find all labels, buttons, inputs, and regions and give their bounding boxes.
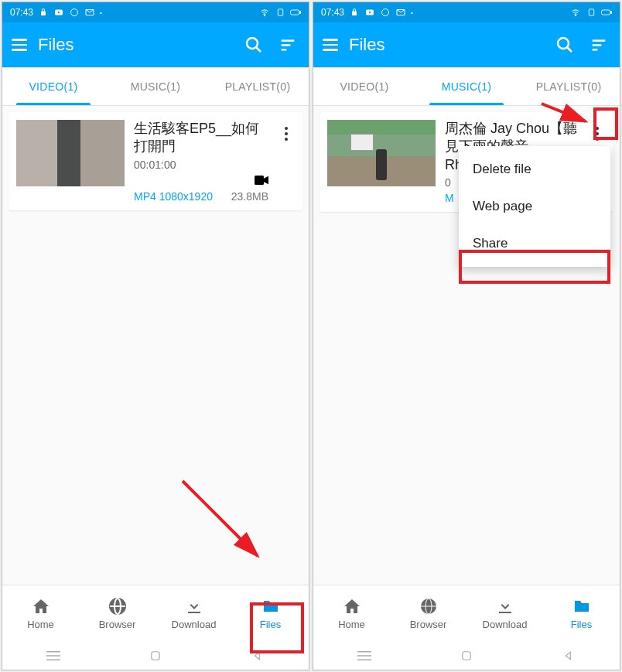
- nav-browser-label: Browser: [410, 619, 447, 630]
- app-header: Files: [2, 22, 309, 67]
- status-dot: •: [100, 9, 102, 16]
- tabs: VIDEO(1) MUSIC(1) PLAYLIST(0): [313, 67, 620, 106]
- bottom-nav: Home Browser Download Files: [313, 585, 620, 642]
- wifi-icon: [570, 7, 581, 18]
- svg-rect-33: [357, 660, 371, 661]
- svg-point-1: [71, 9, 78, 16]
- item-more-button[interactable]: [278, 120, 295, 148]
- mail-icon: [395, 7, 406, 18]
- menu-share[interactable]: Share: [459, 225, 610, 262]
- nav-files-label: Files: [571, 619, 592, 630]
- file-item[interactable]: 生活駭客EP5__如何打開門 00:01:00 MP4 1080x1920 23…: [9, 112, 302, 210]
- nav-home[interactable]: Home: [2, 585, 79, 642]
- svg-point-24: [558, 38, 569, 49]
- menu-delete[interactable]: Delete file: [459, 151, 610, 188]
- video-thumbnail: [327, 120, 436, 186]
- nav-home-label: Home: [338, 619, 365, 630]
- svg-line-11: [183, 481, 258, 556]
- camera-icon: [255, 174, 268, 187]
- svg-rect-4: [290, 10, 299, 15]
- header-title: Files: [349, 35, 542, 55]
- sys-recent[interactable]: [353, 650, 376, 662]
- menu-web-page[interactable]: Web page: [459, 188, 610, 225]
- svg-rect-25: [593, 39, 606, 42]
- video-thumbnail: [16, 120, 125, 186]
- search-icon[interactable]: [242, 33, 265, 56]
- sort-icon[interactable]: [276, 33, 299, 56]
- svg-rect-27: [593, 49, 598, 51]
- status-bar: 07:43 •: [313, 2, 620, 22]
- svg-point-6: [247, 38, 258, 49]
- sys-home[interactable]: [455, 650, 478, 662]
- nav-browser[interactable]: Browser: [79, 585, 156, 642]
- svg-point-20: [575, 15, 576, 16]
- nav-files[interactable]: Files: [232, 585, 309, 642]
- folder-icon: [572, 597, 591, 616]
- tab-music[interactable]: MUSIC(1): [415, 67, 518, 105]
- home-icon: [343, 597, 361, 616]
- svg-point-19: [382, 9, 389, 16]
- app-icon: [69, 7, 80, 18]
- nav-home-label: Home: [27, 619, 54, 630]
- sys-back[interactable]: [246, 650, 269, 662]
- download-icon: [185, 597, 203, 616]
- sys-back[interactable]: [557, 650, 580, 662]
- svg-rect-15: [46, 655, 60, 657]
- menu-icon[interactable]: [12, 39, 27, 51]
- folder-icon: [261, 597, 280, 616]
- file-format: MP4 1080x1920: [134, 190, 213, 203]
- annotation-arrow: [179, 477, 272, 570]
- svg-rect-23: [611, 12, 612, 14]
- menu-icon[interactable]: [323, 39, 338, 51]
- system-nav-bar: [313, 642, 620, 670]
- nav-download-label: Download: [172, 619, 217, 630]
- file-title: 生活駭客EP5__如何打開門: [134, 120, 268, 156]
- tab-video[interactable]: VIDEO(1): [313, 67, 415, 105]
- nav-files-label: Files: [260, 619, 281, 630]
- item-more-button[interactable]: [589, 120, 606, 148]
- globe-icon: [419, 597, 438, 616]
- youtube-icon: [53, 7, 64, 18]
- battery-icon: [290, 7, 301, 18]
- tab-playlist[interactable]: PLAYLIST(0): [207, 67, 309, 105]
- sys-home[interactable]: [144, 650, 167, 662]
- mail-icon: [84, 7, 95, 18]
- svg-rect-17: [152, 652, 160, 660]
- nav-home[interactable]: Home: [313, 585, 390, 642]
- content-area: 周杰倫 Jay Chou【聽見下雨的聲音 Rhythm of… 0 M Dele…: [313, 106, 620, 585]
- svg-rect-16: [46, 660, 60, 661]
- tab-video[interactable]: VIDEO(1): [2, 67, 104, 105]
- globe-icon: [108, 597, 127, 616]
- search-icon[interactable]: [553, 33, 576, 56]
- svg-rect-8: [282, 44, 291, 46]
- nav-download[interactable]: Download: [466, 585, 543, 642]
- nav-browser[interactable]: Browser: [390, 585, 466, 642]
- tab-music[interactable]: MUSIC(1): [104, 67, 207, 105]
- status-dot: •: [411, 9, 413, 16]
- sys-recent[interactable]: [42, 650, 65, 662]
- sort-icon[interactable]: [587, 33, 610, 56]
- file-size: 23.8MB: [231, 190, 268, 203]
- status-time: 07:43: [10, 7, 33, 18]
- svg-rect-21: [589, 9, 593, 15]
- nav-download[interactable]: Download: [156, 585, 232, 642]
- svg-rect-14: [46, 651, 60, 653]
- svg-rect-31: [357, 651, 371, 653]
- status-time: 07:43: [321, 7, 344, 18]
- bottom-nav: Home Browser Download Files: [2, 585, 309, 642]
- svg-point-2: [264, 15, 265, 16]
- file-duration: 00:01:00: [134, 159, 268, 171]
- lock-icon: [38, 7, 49, 18]
- tabs: VIDEO(1) MUSIC(1) PLAYLIST(0): [2, 67, 309, 106]
- nav-download-label: Download: [483, 619, 528, 630]
- content-area: 生活駭客EP5__如何打開門 00:01:00 MP4 1080x1920 23…: [2, 106, 309, 585]
- svg-rect-5: [300, 12, 301, 14]
- sim-icon: [586, 7, 596, 18]
- wifi-icon: [259, 7, 270, 18]
- svg-rect-22: [601, 10, 610, 15]
- status-bar: 07:43 •: [2, 2, 309, 22]
- lock-icon: [349, 7, 360, 18]
- phone-right: 07:43 • Files VIDEO(1) MUSIC(1) PLAYLIST…: [313, 2, 620, 670]
- nav-files[interactable]: Files: [543, 585, 620, 642]
- tab-playlist[interactable]: PLAYLIST(0): [518, 67, 620, 105]
